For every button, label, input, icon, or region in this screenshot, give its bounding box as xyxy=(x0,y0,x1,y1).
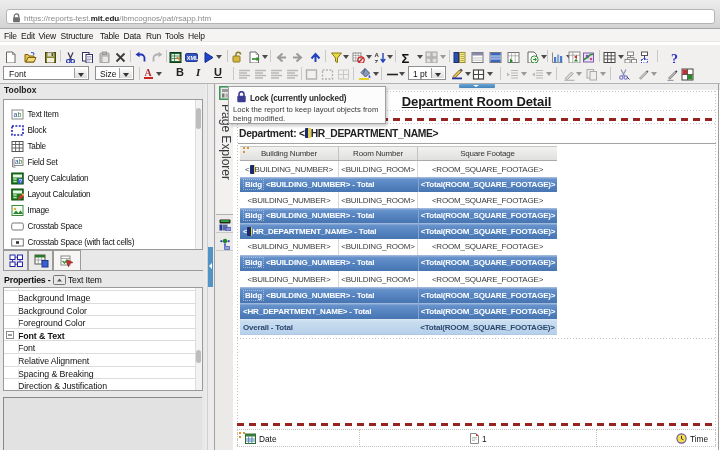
svg-text:?: ? xyxy=(671,51,678,64)
svg-text:A: A xyxy=(145,67,153,78)
svg-text:b: b xyxy=(19,158,23,165)
svg-text:A: A xyxy=(375,52,380,58)
svg-text:Σ: Σ xyxy=(402,51,410,64)
svg-text:b: b xyxy=(18,111,22,118)
svg-text:XML: XML xyxy=(187,55,198,61)
